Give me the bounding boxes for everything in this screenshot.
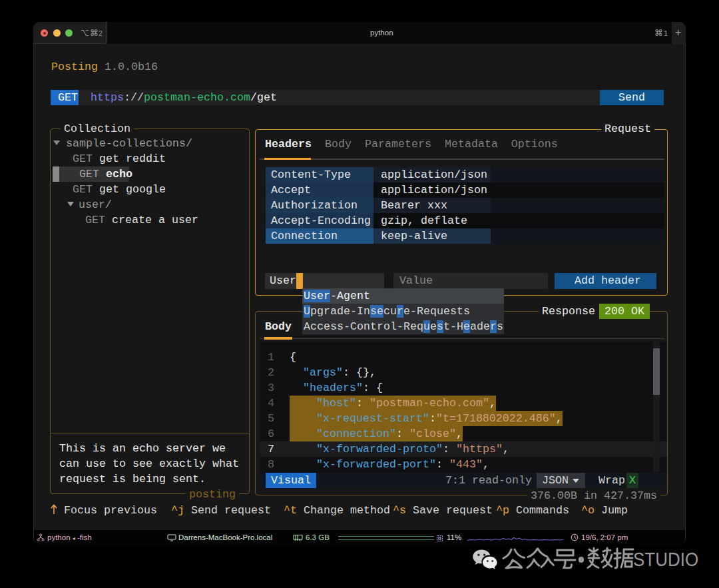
svg-text:2: 2 — [99, 29, 103, 37]
svg-text:1: 1 — [664, 29, 668, 37]
